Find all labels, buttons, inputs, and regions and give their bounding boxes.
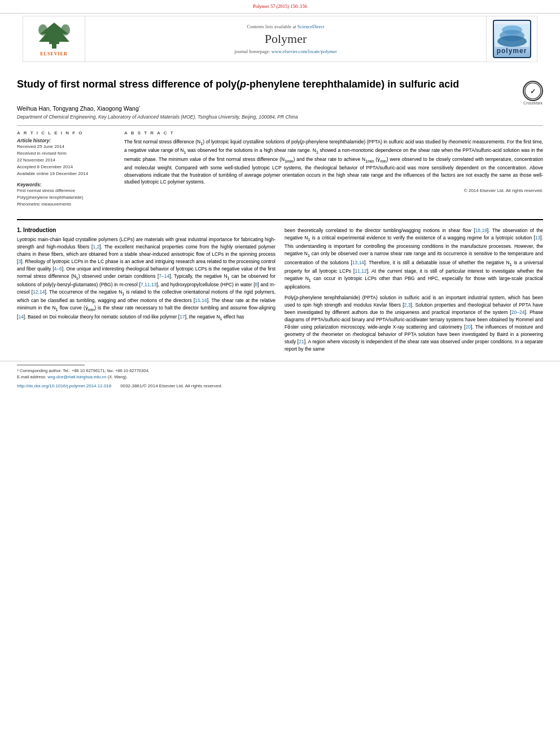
received-date: Received 25 June 2014 [17, 143, 113, 150]
journal-title: Polymer [265, 32, 307, 46]
svg-text:✓: ✓ [530, 88, 536, 95]
intro-text-col1: Lyotropic main-chain liquid crystalline … [17, 236, 275, 322]
ref-21[interactable]: 21 [299, 339, 304, 344]
footnote-divider [17, 365, 85, 365]
article-body: A R T I C L E I N F O Article history: R… [17, 130, 543, 212]
crossmark-icon: ✓ [523, 81, 543, 101]
intro-text-col2-p1: been theoretically correlated to the dir… [285, 227, 543, 291]
keywords-label: Keywords: [17, 182, 113, 187]
ref-11-12[interactable]: 11,12 [355, 268, 366, 274]
article-content: ✓ CrossMark Study of first normal stress… [0, 62, 560, 356]
svg-point-7 [497, 36, 527, 47]
svg-point-2 [38, 24, 47, 36]
polymer-logo-box: polymer [486, 16, 537, 62]
article-title: Study of first normal stress difference … [17, 78, 543, 91]
article-history: Article history: Received 25 June 2014 R… [17, 138, 113, 177]
ref-13-14[interactable]: 13,14 [352, 260, 364, 265]
ref-18-19[interactable]: 18,19 [475, 228, 487, 233]
affiliation: Department of Chemical Engineering, Key … [17, 114, 543, 120]
col-left: 1. Introduction Lyotropic main-chain liq… [17, 227, 275, 356]
authors: Weihua Han, Tongyang Zhao, Xiaogong Wang… [17, 105, 543, 112]
homepage-label: journal homepage: [234, 49, 270, 54]
intro-heading: 1. Introduction [17, 227, 275, 233]
svg-point-3 [61, 24, 70, 36]
history-label: Article history: [17, 138, 113, 143]
article-info: A R T I C L E I N F O Article history: R… [17, 130, 113, 212]
accepted-date: Accepted 8 December 2014 [17, 164, 113, 171]
ref-2-3[interactable]: 2,3 [404, 302, 411, 308]
elsevier-tree-icon [34, 21, 74, 50]
keyword-2: Poly(phenylene terephthalamide) [17, 194, 113, 201]
elsevier-label: ELSEVIER [40, 51, 67, 56]
homepage-link[interactable]: www.elsevier.com/locate/polymer [272, 49, 337, 54]
svg-rect-0 [52, 44, 56, 49]
crossmark: ✓ CrossMark [523, 81, 543, 105]
sciencedirect-link[interactable]: ScienceDirect [298, 24, 325, 29]
journal-center: Contents lists available at ScienceDirec… [85, 16, 486, 62]
divider-1 [17, 125, 543, 126]
polymer-logo-inner: polymer [493, 20, 531, 58]
page: Polymer 57 (2015) 150–156 ELSEVIER Conte… [0, 0, 560, 747]
keyword-3: Rheometric measurements [17, 201, 113, 208]
abstract-col: A B S T R A C T The first normal stress … [124, 130, 543, 212]
main-two-col: 1. Introduction Lyotropic main-chain liq… [17, 227, 543, 356]
col-right: been theoretically correlated to the dir… [285, 227, 543, 356]
ref-12-14[interactable]: 12,14 [33, 289, 45, 295]
ref-20-24[interactable]: 20–24 [511, 309, 525, 315]
copyright: © 2014 Elsevier Ltd. All rights reserved… [124, 188, 543, 193]
article-info-title: A R T I C L E I N F O [17, 130, 113, 136]
footer-links: http://dx.doi.org/10.1016/j.polymer.2014… [17, 383, 543, 388]
email-link[interactable]: wxg-dce@mail.tsinghua.edu.cn [47, 374, 106, 379]
keywords-section: Keywords: First normal stress difference… [17, 182, 113, 208]
journal-homepage: journal homepage: www.elsevier.com/locat… [234, 49, 337, 54]
journal-header: ELSEVIER Contents lists available at Sci… [23, 16, 537, 62]
ref-7-14[interactable]: 7–14 [159, 273, 169, 279]
ref-3[interactable]: 3 [18, 259, 21, 264]
contents-label: Contents lists available at [247, 24, 296, 29]
sciencedirect-line: Contents lists available at ScienceDirec… [247, 24, 325, 29]
online-date: Available online 19 December 2014 [17, 171, 113, 177]
ref-8[interactable]: 8 [255, 282, 258, 287]
doi-link[interactable]: http://dx.doi.org/10.1016/j.polymer.2014… [17, 383, 111, 388]
ref-14[interactable]: 14 [18, 314, 23, 320]
polymer-logo-text: polymer [497, 47, 527, 55]
issn-label: 0032-3861/© 2014 Elsevier Ltd. All right… [120, 383, 222, 388]
abstract-title: A B S T R A C T [124, 130, 543, 136]
crossmark-label: CrossMark [523, 101, 543, 105]
revised-date: 22 November 2014 [17, 157, 113, 164]
journal-ref: Polymer 57 (2015) 150–156 [0, 3, 560, 9]
revised-label: Received in revised form [17, 150, 113, 157]
ref-15-16[interactable]: 15,16 [195, 298, 207, 303]
ref-20[interactable]: 20 [465, 324, 470, 330]
footer-area: * Corresponding author. Tel.: +86 10 627… [0, 361, 560, 391]
abstract-text: The first normal stress difference (N1) … [124, 138, 543, 186]
footnote-corresponding: * Corresponding author. Tel.: +86 10 627… [17, 368, 543, 374]
email-label: E-mail address: [17, 374, 46, 379]
intro-text-col2-p2: Poly(p-phenylene terephthalamide) (PPTA)… [285, 294, 543, 352]
polymer-logo-graphic [495, 24, 529, 47]
keyword-1: First normal stress difference [17, 187, 113, 194]
section-divider [17, 219, 543, 220]
ref-17[interactable]: 17 [180, 314, 185, 320]
header-banner: Polymer 57 (2015) 150–156 [0, 0, 560, 14]
ref-7-11-13[interactable]: 7,11,13 [141, 282, 156, 287]
elsevier-logo: ELSEVIER [23, 16, 85, 62]
footnote-email: E-mail address: wxg-dce@mail.tsinghua.ed… [17, 374, 543, 380]
ref-13-r[interactable]: 13 [535, 235, 540, 241]
ref-4-6[interactable]: 4–6 [54, 266, 62, 272]
email-name: (X. Wang). [108, 374, 128, 379]
ref-1-2[interactable]: 1,2 [93, 244, 99, 250]
